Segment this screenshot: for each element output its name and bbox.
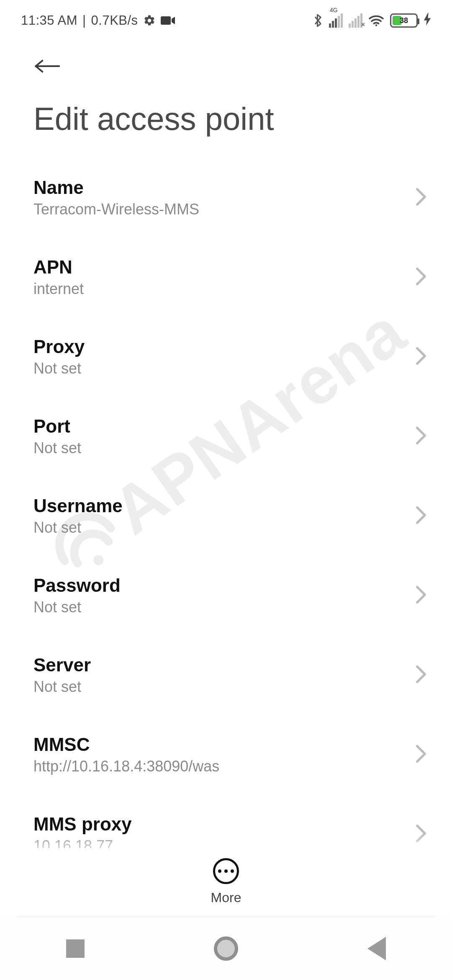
row-apn[interactable]: APN internet (0, 237, 452, 317)
signal-1: 4G (329, 13, 343, 28)
status-net-speed: 0.7KB/s (91, 13, 138, 28)
row-label: Port (33, 416, 81, 437)
row-value: internet (33, 280, 84, 298)
battery-percent: 38 (391, 15, 416, 26)
battery-indicator: 38 (390, 13, 418, 28)
page-title: Edit access point (0, 88, 452, 154)
chevron-right-icon (415, 267, 427, 287)
camera-icon (161, 15, 175, 26)
signal-1-type: 4G (330, 7, 338, 13)
signal-2: × (349, 13, 362, 28)
circle-icon (214, 936, 238, 961)
row-value: Not set (33, 678, 91, 696)
row-mmsc[interactable]: MMSC http://10.16.18.4:38090/was (0, 715, 452, 794)
status-time: 11:35 AM (21, 13, 77, 28)
row-label: APN (33, 257, 84, 278)
row-value: Not set (33, 519, 123, 536)
row-label: MMS proxy (33, 814, 132, 835)
square-icon (66, 939, 85, 958)
nav-recent-button[interactable] (50, 932, 100, 965)
nav-home-button[interactable] (201, 932, 251, 965)
row-value: Terracom-Wireless-MMS (33, 201, 199, 218)
bluetooth-icon (313, 13, 323, 28)
svg-point-2 (375, 24, 377, 26)
status-separator: | (82, 13, 86, 28)
more-button[interactable] (213, 858, 239, 884)
row-port[interactable]: Port Not set (0, 397, 452, 476)
row-username[interactable]: Username Not set (0, 476, 452, 556)
svg-rect-1 (161, 16, 171, 25)
row-password[interactable]: Password Not set (0, 556, 452, 635)
row-label: Name (33, 177, 199, 198)
row-label: Password (33, 575, 121, 596)
chevron-right-icon (415, 665, 427, 685)
chevron-right-icon (415, 506, 427, 526)
more-label: More (211, 890, 241, 905)
row-label: Proxy (33, 336, 85, 357)
chevron-right-icon (415, 745, 427, 765)
status-bar: 11:35 AM | 0.7KB/s 4G × 38 (0, 0, 452, 34)
row-value: Not set (33, 360, 85, 377)
row-name[interactable]: Name Terracom-Wireless-MMS (0, 158, 452, 237)
row-label: MMSC (33, 734, 219, 755)
no-sim-x-icon: × (361, 21, 365, 28)
chevron-right-icon (415, 347, 427, 367)
chevron-right-icon (415, 188, 427, 208)
back-button[interactable] (33, 50, 67, 84)
row-proxy[interactable]: Proxy Not set (0, 317, 452, 397)
nav-back-button[interactable] (352, 932, 402, 965)
arrow-left-icon (33, 57, 60, 77)
system-nav-bar (0, 917, 452, 980)
row-label: Username (33, 495, 123, 516)
bottom-toolbar: More (0, 848, 452, 917)
chevron-right-icon (415, 426, 427, 446)
row-label: Server (33, 655, 91, 676)
charging-bolt-icon (424, 13, 431, 28)
apn-settings-list: Name Terracom-Wireless-MMS APN internet … (0, 154, 452, 874)
chevron-right-icon (415, 585, 427, 606)
wifi-icon (368, 14, 384, 27)
row-server[interactable]: Server Not set (0, 635, 452, 715)
settings-gear-icon (143, 14, 156, 27)
row-value: Not set (33, 439, 81, 457)
triangle-left-icon (367, 937, 386, 960)
row-value: Not set (33, 598, 121, 616)
row-value: http://10.16.18.4:38090/was (33, 758, 219, 775)
chevron-right-icon (415, 824, 427, 844)
